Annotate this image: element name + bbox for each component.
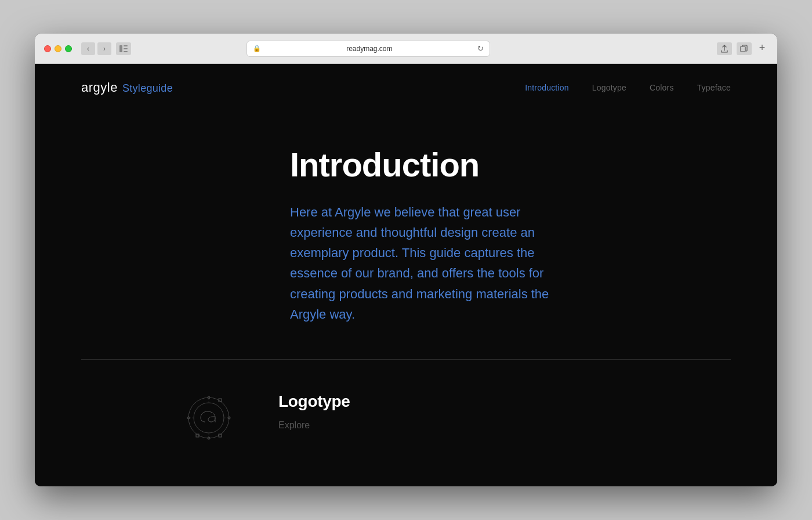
reload-button[interactable]: ↻ bbox=[477, 44, 484, 53]
back-button[interactable]: ‹ bbox=[81, 42, 95, 55]
svg-rect-3 bbox=[124, 51, 128, 52]
website-content: argyle Styleguide Introduction Logotype … bbox=[35, 64, 777, 486]
logotype-explore[interactable]: Explore bbox=[278, 420, 310, 430]
traffic-light-minimize[interactable] bbox=[55, 45, 61, 52]
logotype-visual bbox=[174, 383, 244, 453]
nav-item-logotype[interactable]: Logotype bbox=[592, 83, 626, 92]
site-nav: Introduction Logotype Colors Typeface bbox=[525, 83, 731, 92]
browser-nav-buttons: ‹ › bbox=[81, 42, 131, 55]
logotype-info: Logotype Explore bbox=[278, 383, 350, 431]
lock-icon: 🔒 bbox=[253, 45, 261, 52]
logotype-section: Logotype Explore bbox=[81, 359, 731, 453]
logo-brand: argyle bbox=[81, 80, 118, 95]
svg-rect-2 bbox=[124, 48, 128, 49]
browser-window: ‹ › 🔒 readymag.com ↻ bbox=[35, 34, 777, 486]
intro-body: Here at Argyle we believe that great use… bbox=[290, 202, 568, 324]
traffic-lights bbox=[44, 45, 72, 52]
url-text: readymag.com bbox=[264, 45, 474, 53]
share-button[interactable] bbox=[717, 42, 732, 55]
logo-subtitle: Styleguide bbox=[122, 82, 173, 95]
duplicate-button[interactable] bbox=[737, 42, 752, 55]
traffic-light-maximize[interactable] bbox=[65, 45, 72, 52]
site-header: argyle Styleguide Introduction Logotype … bbox=[35, 64, 777, 111]
nav-item-typeface[interactable]: Typeface bbox=[697, 83, 731, 92]
sidebar-button[interactable] bbox=[116, 42, 131, 55]
logotype-title: Logotype bbox=[278, 392, 350, 411]
intro-section: Introduction Here at Argyle we believe t… bbox=[290, 146, 731, 324]
svg-rect-0 bbox=[119, 45, 122, 52]
logo-area: argyle Styleguide bbox=[81, 80, 173, 95]
browser-chrome: ‹ › 🔒 readymag.com ↻ bbox=[35, 34, 777, 64]
new-tab-button[interactable]: + bbox=[756, 42, 768, 54]
main-content: Introduction Here at Argyle we believe t… bbox=[35, 111, 777, 476]
traffic-light-close[interactable] bbox=[44, 45, 51, 52]
nav-item-colors[interactable]: Colors bbox=[650, 83, 674, 92]
forward-button[interactable]: › bbox=[97, 42, 111, 55]
svg-rect-1 bbox=[124, 45, 128, 46]
intro-title: Introduction bbox=[290, 146, 731, 183]
svg-rect-4 bbox=[741, 46, 745, 52]
address-bar[interactable]: 🔒 readymag.com ↻ bbox=[246, 41, 490, 57]
nav-item-introduction[interactable]: Introduction bbox=[525, 83, 569, 92]
browser-actions: + bbox=[717, 42, 768, 55]
